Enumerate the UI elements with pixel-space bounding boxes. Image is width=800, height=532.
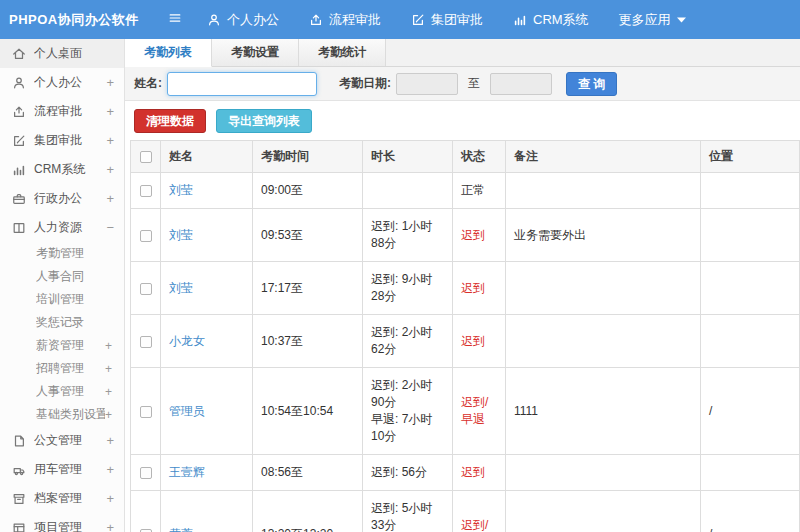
sidebar-item-official-doc[interactable]: 公文管理+ — [0, 426, 124, 455]
tab-attendance-setup[interactable]: 考勤设置 — [212, 39, 299, 66]
row-checkbox-cell — [131, 262, 161, 315]
employee-name-link[interactable]: 刘莹 — [161, 262, 253, 315]
sidebar-subitem-base-category[interactable]: 基础类别设置+ — [0, 403, 124, 426]
sidebar-submenu-hr: 考勤管理人事合同培训管理奖惩记录薪资管理+招聘管理+人事管理+基础类别设置+ — [0, 242, 124, 426]
attendance-time-cell: 13:20至13:20 — [253, 491, 363, 532]
sidebar-item-toggle[interactable]: + — [102, 75, 114, 90]
date-from-input[interactable] — [396, 73, 458, 95]
sidebar-item-desktop[interactable]: 个人桌面 — [0, 39, 124, 68]
sidebar-subitem-toggle[interactable]: + — [105, 362, 112, 376]
row-checkbox-cell — [131, 491, 161, 532]
row-checkbox-cell — [131, 455, 161, 491]
employee-name-link[interactable]: 黄蓉 — [161, 491, 253, 532]
export-list-button[interactable]: 导出查询列表 — [216, 109, 312, 133]
nav-item-crm[interactable]: CRM系统 — [498, 0, 604, 39]
row-checkbox[interactable] — [140, 336, 152, 348]
status-badge: 迟到 — [453, 455, 506, 491]
sidebar-subitem-toggle[interactable]: + — [105, 339, 112, 353]
duration-cell — [363, 173, 453, 209]
duration-line: 早退: 7小时10分 — [371, 411, 444, 445]
sidebar-item-crm[interactable]: CRM系统+ — [0, 155, 124, 184]
clear-data-button[interactable]: 清理数据 — [134, 109, 206, 133]
sidebar-subitem-reward[interactable]: 奖惩记录 — [0, 311, 124, 334]
employee-name-link[interactable]: 刘莹 — [161, 209, 253, 262]
nav-item-workflow-approval[interactable]: 流程审批 — [294, 0, 396, 39]
employee-name-link[interactable]: 王壹辉 — [161, 455, 253, 491]
sidebar-item-label: 个人办公 — [34, 74, 102, 91]
sidebar-item-label: 用车管理 — [34, 461, 102, 478]
sidebar-item-toggle[interactable]: − — [102, 220, 114, 235]
tab-attendance-stats[interactable]: 考勤统计 — [299, 39, 386, 66]
menu-icon — [168, 11, 182, 25]
sidebar-subitem-label: 人事管理 — [36, 383, 105, 400]
sidebar-item-archive[interactable]: 档案管理+ — [0, 484, 124, 513]
employee-name-link[interactable]: 管理员 — [161, 368, 253, 455]
sidebar-item-toggle[interactable]: + — [102, 491, 114, 506]
sidebar-subitem-salary[interactable]: 薪资管理+ — [0, 334, 124, 357]
sidebar-item-hr[interactable]: 人力资源− — [0, 213, 124, 242]
row-checkbox[interactable] — [140, 467, 152, 479]
sidebar-item-group-approval[interactable]: 集团审批+ — [0, 126, 124, 155]
app-logo: PHPOA协同办公软件 — [0, 11, 158, 29]
sidebar-subitem-training[interactable]: 培训管理 — [0, 288, 124, 311]
tab-attendance-list[interactable]: 考勤列表 — [125, 39, 212, 67]
row-checkbox[interactable] — [140, 230, 152, 242]
name-input[interactable] — [167, 72, 317, 96]
sidebar-subitem-toggle[interactable]: + — [105, 385, 112, 399]
sidebar-subitem-attendance[interactable]: 考勤管理 — [0, 242, 124, 265]
row-checkbox[interactable] — [140, 406, 152, 418]
column-header: 考勤时间 — [253, 141, 363, 173]
sidebar-item-toggle[interactable]: + — [102, 133, 114, 148]
sidebar-item-personal-office[interactable]: 个人办公+ — [0, 68, 124, 97]
attendance-time-cell: 08:56至 — [253, 455, 363, 491]
sidebar-toggle-button[interactable] — [158, 11, 192, 28]
navbar-menu: 个人办公流程审批集团审批CRM系统更多应用 — [192, 0, 701, 39]
row-checkbox[interactable] — [140, 283, 152, 295]
sidebar-item-toggle[interactable]: + — [102, 162, 114, 177]
sidebar-nav: 个人桌面个人办公+流程审批+集团审批+CRM系统+行政办公+人力资源−考勤管理人… — [0, 39, 125, 532]
sidebar-item-label: 人力资源 — [34, 219, 102, 236]
sidebar-subitem-personnel[interactable]: 人事管理+ — [0, 380, 124, 403]
row-checkbox-cell — [131, 173, 161, 209]
nav-item-personal-office[interactable]: 个人办公 — [192, 0, 294, 39]
sidebar-subitem-toggle[interactable]: + — [105, 408, 112, 422]
sidebar-item-admin-office[interactable]: 行政办公+ — [0, 184, 124, 213]
duration-line: 迟到: 2小时62分 — [371, 324, 444, 358]
sidebar-item-project[interactable]: 项目管理+ — [0, 513, 124, 532]
sidebar-item-toggle[interactable]: + — [102, 520, 114, 532]
sidebar-item-toggle[interactable]: + — [102, 462, 114, 477]
sidebar-item-vehicle[interactable]: 用车管理+ — [0, 455, 124, 484]
sidebar-item-toggle[interactable]: + — [102, 191, 114, 206]
table-body: 刘莹09:00至正常刘莹09:53至迟到: 1小时88分迟到业务需要外出刘莹17… — [131, 173, 800, 532]
sidebar-item-toggle[interactable]: + — [102, 433, 114, 448]
nav-item-group-approval[interactable]: 集团审批 — [396, 0, 498, 39]
duration-line: 迟到: 2小时90分 — [371, 377, 444, 411]
nav-item-label: 更多应用 — [619, 11, 671, 29]
attendance-time-cell: 09:00至 — [253, 173, 363, 209]
duration-cell: 迟到: 1小时88分 — [363, 209, 453, 262]
sidebar-item-workflow-approval[interactable]: 流程审批+ — [0, 97, 124, 126]
user-icon — [12, 76, 26, 90]
search-button[interactable]: 查 询 — [566, 72, 617, 96]
sidebar-subitem-recruit[interactable]: 招聘管理+ — [0, 357, 124, 380]
flow-icon — [12, 105, 26, 119]
top-navbar: PHPOA协同办公软件 个人办公流程审批集团审批CRM系统更多应用 — [0, 0, 800, 39]
sidebar-subitem-label: 招聘管理 — [36, 360, 105, 377]
nav-item-more-apps[interactable]: 更多应用 — [604, 0, 701, 39]
sidebar-subitem-contract[interactable]: 人事合同 — [0, 265, 124, 288]
row-checkbox[interactable] — [140, 185, 152, 197]
employee-name-link[interactable]: 小龙女 — [161, 315, 253, 368]
sidebar-item-label: 项目管理 — [34, 519, 102, 532]
location-cell — [701, 262, 800, 315]
attendance-time-cell: 09:53至 — [253, 209, 363, 262]
caret-down-icon — [677, 17, 686, 23]
location-cell: / — [701, 491, 800, 532]
chart-icon — [12, 163, 26, 177]
duration-line: 迟到: 1小时88分 — [371, 218, 444, 252]
doc-icon — [12, 434, 26, 448]
date-to-input[interactable] — [490, 73, 552, 95]
car-icon — [12, 463, 26, 477]
employee-name-link[interactable]: 刘莹 — [161, 173, 253, 209]
sidebar-item-toggle[interactable]: + — [102, 104, 114, 119]
select-all-checkbox[interactable] — [140, 151, 152, 163]
